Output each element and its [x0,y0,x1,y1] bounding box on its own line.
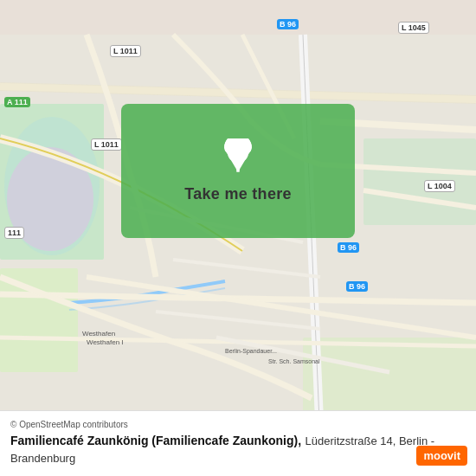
take-me-there-button[interactable]: Take me there [184,185,292,203]
road-label-l1011-top: L 1011 [110,45,141,57]
svg-rect-5 [363,138,476,225]
svg-text:Berlin-Spandauer...: Berlin-Spandauer... [225,348,277,355]
road-label-l1004: L 1004 [424,180,455,192]
svg-text:Westhafen I: Westhafen I [87,338,124,346]
road-label-b96-top: B 96 [277,19,299,29]
info-bar: © OpenStreetMap contributors Familiencaf… [0,410,476,476]
road-label-b96-bot: B 96 [346,281,368,292]
road-label-a111: A 111 [4,97,30,107]
svg-text:Str. Sch. Samsonal: Str. Sch. Samsonal [268,358,320,364]
location-pin-icon [219,138,257,177]
map-roads: Westhafen Westhafen I Berlin-Spandauer..… [0,0,476,476]
road-label-l1045: L 1045 [398,22,429,34]
svg-rect-16 [236,152,240,172]
attribution-text: © OpenStreetMap contributors [10,420,466,429]
road-label-b96-mid: B 96 [338,242,359,253]
svg-text:Westhafen: Westhafen [82,330,115,338]
moovit-logo: moovit [416,446,467,466]
place-name: Familiencafé Zaunkönig (Familiencafe Zau… [10,434,301,447]
action-overlay[interactable]: Take me there [121,104,355,238]
road-label-111: 111 [4,227,24,239]
map-container: Westhafen Westhafen I Berlin-Spandauer..… [0,0,476,476]
road-label-l1011-mid: L 1011 [91,138,122,151]
